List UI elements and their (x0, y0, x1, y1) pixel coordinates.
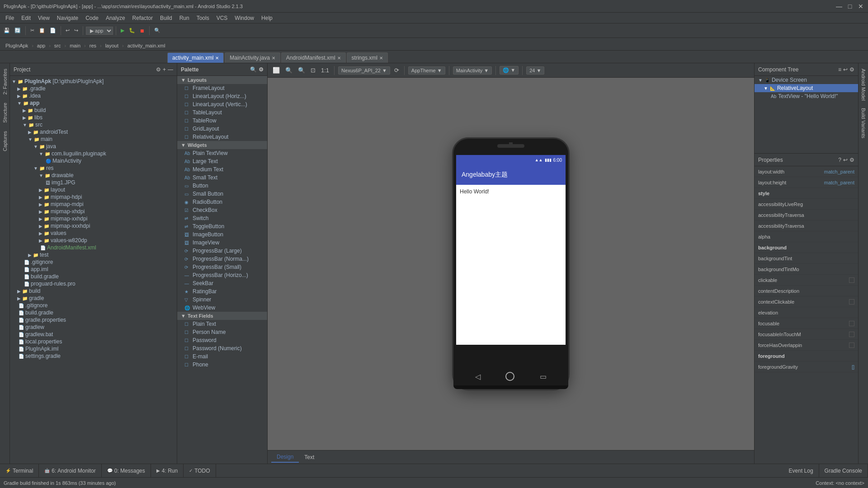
tree-res[interactable]: ▼ 📁 res (10, 164, 177, 172)
palette-search-btn[interactable]: 🔍 (250, 66, 257, 73)
stop-btn[interactable]: ⏹ (138, 27, 146, 34)
project-collapse-btn[interactable]: — (168, 66, 173, 73)
run-btn[interactable]: ▶ (119, 27, 126, 34)
prop-layout-width-value[interactable]: match_parent (807, 169, 855, 174)
tree-idea[interactable]: ▶ 📁 .idea (10, 92, 177, 99)
cut-btn[interactable]: ✂ (28, 27, 36, 34)
tree-gitignore-root[interactable]: 📄 .gitignore (10, 302, 177, 309)
minimize-button[interactable]: — (835, 3, 843, 10)
app-theme-dropdown[interactable]: AppTheme ▼ (408, 66, 445, 75)
activity-dropdown[interactable]: MainActivity ▼ (453, 66, 492, 75)
menu-refactor[interactable]: Refactor (129, 14, 156, 22)
zoom-in-btn[interactable]: 🔍 (284, 66, 294, 75)
tree-layout[interactable]: ▶ 📁 layout (10, 186, 177, 193)
run-tab[interactable]: ▶ 4: Run (151, 464, 184, 477)
tree-img1[interactable]: 🖼 img1.JPG (10, 179, 177, 186)
tree-gradle-properties[interactable]: 📄 gradle.properties (10, 316, 177, 324)
tree-mipmap-xxxhdpi[interactable]: ▶ 📁 mipmap-xxxhdpi (10, 222, 177, 230)
menu-window[interactable]: Window (231, 14, 258, 22)
prop-force-overlap-checkbox[interactable] (849, 343, 854, 348)
palette-section-text-fields[interactable]: ▼ Text Fields (177, 312, 267, 320)
palette-relativelayout[interactable]: ☐ RelativeLayout (177, 133, 267, 141)
comp-tree-action-2[interactable]: ↩ (843, 66, 848, 73)
tree-drawable[interactable]: ▼ 📁 drawable (10, 172, 177, 179)
design-tab-text[interactable]: Text (299, 452, 320, 462)
design-toolbar-canvas-btn[interactable]: ⬜ (271, 66, 281, 75)
menu-view[interactable]: View (34, 14, 53, 22)
tree-java[interactable]: ▼ 📁 java (10, 143, 177, 150)
build-variants-tab[interactable]: Build Variants (860, 104, 867, 142)
menu-help[interactable]: Help (258, 14, 276, 22)
search-everywhere-btn[interactable]: 🔍 (152, 27, 162, 34)
device-dropdown[interactable]: Nexus6P_API_22 ▼ (338, 66, 390, 75)
tree-values[interactable]: ▶ 📁 values (10, 230, 177, 237)
design-tab-design[interactable]: Design (271, 452, 299, 463)
tree-gradlew-bat[interactable]: 📄 gradlew.bat (10, 331, 177, 338)
palette-linearlayout-vert[interactable]: ☐ LinearLayout (Vertic...) (177, 100, 267, 108)
palette-small-button[interactable]: ▭ Small Button (177, 190, 267, 198)
tree-main[interactable]: ▼ 📁 main (10, 136, 177, 143)
zoom-out-btn[interactable]: 🔍 (297, 66, 307, 75)
palette-medium-text[interactable]: Ab Medium Text (177, 165, 267, 174)
back-nav-btn[interactable]: ◁ (475, 372, 481, 381)
tree-pluginapk-iml[interactable]: 📄 PlugInApk.iml (10, 345, 177, 352)
comp-tree-action-3[interactable]: ⚙ (849, 66, 854, 73)
close-tab-strings[interactable]: ✕ (379, 56, 383, 61)
copy-btn[interactable]: 📋 (37, 27, 47, 34)
tree-build-gradle-root[interactable]: 📄 build.gradle (10, 309, 177, 316)
app-module-dropdown[interactable]: ▶ app (86, 27, 113, 35)
prop-context-clickable-checkbox[interactable] (849, 299, 854, 305)
palette-plain-textview[interactable]: Ab Plain TextView (177, 149, 267, 157)
tree-mipmap-xxhdpi[interactable]: ▶ 📁 mipmap-xxhdpi (10, 215, 177, 222)
palette-section-layouts[interactable]: ▼ Layouts (177, 76, 267, 84)
undo-btn[interactable]: ↩ (64, 27, 71, 34)
android-model-tab[interactable]: Android Model (860, 65, 867, 104)
palette-spinner[interactable]: ▽ Spinner (177, 296, 267, 304)
save-btn[interactable]: 💾 (2, 27, 12, 34)
tab-strings-xml[interactable]: strings.xml ✕ (347, 52, 388, 63)
menu-run[interactable]: Run (176, 14, 193, 22)
tree-androidmanifest[interactable]: 📄 AndroidManifest.xml (10, 244, 177, 251)
tree-libs[interactable]: ▶ 📁 libs (10, 114, 177, 121)
sync-btn[interactable]: 🔄 (13, 27, 23, 34)
palette-plain-text[interactable]: ☐ Plain Text (177, 320, 267, 328)
prop-layout-height-value[interactable]: match_parent (807, 180, 855, 185)
redo-btn[interactable]: ↪ (72, 27, 80, 34)
prop-focusable-touch-checkbox[interactable] (849, 332, 854, 337)
recent-nav-btn[interactable]: ▭ (540, 372, 547, 381)
palette-password[interactable]: ☐ Password (177, 336, 267, 344)
palette-progressbar-small[interactable]: ⟳ ProgressBar (Small) (177, 263, 267, 271)
tree-build-gradle-app[interactable]: 📄 build.gradle (10, 273, 177, 280)
menu-analyze[interactable]: Analyze (102, 14, 129, 22)
maximize-button[interactable]: □ (846, 3, 854, 10)
tree-build-1[interactable]: ▶ 📁 build (10, 107, 177, 114)
palette-imageview[interactable]: 🖼 ImageView (177, 239, 267, 247)
menu-edit[interactable]: Edit (18, 14, 34, 22)
prop-focusable-checkbox[interactable] (849, 321, 854, 326)
close-tab-main-activity[interactable]: ✕ (272, 56, 275, 61)
tab-activity-main-xml[interactable]: activity_main.xml ✕ (167, 52, 224, 63)
close-tab-android-manifest[interactable]: ✕ (337, 56, 341, 61)
palette-seekbar[interactable]: — SeekBar (177, 279, 267, 287)
palette-large-text[interactable]: Ab Large Text (177, 157, 267, 165)
palette-linearlayout-horiz[interactable]: ☐ LinearLayout (Horiz...) (177, 92, 267, 100)
tree-settings-gradle[interactable]: 📄 settings.gradle (10, 352, 177, 360)
tree-gradle-root[interactable]: ▶ 📁 gradle (10, 295, 177, 302)
comp-textview[interactable]: Ab TextView - "Hello World!" (755, 92, 858, 100)
tree-gitignore-app[interactable]: 📄 .gitignore (10, 258, 177, 266)
event-log-tab[interactable]: Event Log (783, 464, 819, 477)
palette-person-name[interactable]: ☐ Person Name (177, 328, 267, 336)
debug-btn[interactable]: 🐛 (127, 27, 137, 34)
palette-password-numeric[interactable]: ☐ Password (Numeric) (177, 344, 267, 352)
tree-src[interactable]: ▼ 📁 src (10, 121, 177, 128)
tree-pluginapk-root[interactable]: ▼ 📁 PlugInApk [D:\github\PlugInApk] (10, 78, 177, 85)
tree-mipmap-xhdpi[interactable]: ▶ 📁 mipmap-xhdpi (10, 208, 177, 215)
tree-app[interactable]: ▼ 📁 app (10, 99, 177, 107)
palette-ratingbar[interactable]: ★ RatingBar (177, 287, 267, 296)
palette-tablerow[interactable]: ☐ TableRow (177, 117, 267, 125)
actual-size-btn[interactable]: 1:1 (320, 66, 330, 75)
palette-progressbar-large[interactable]: ⟳ ProgressBar (Large) (177, 247, 267, 255)
palette-button[interactable]: ▭ Button (177, 182, 267, 190)
palette-switch[interactable]: ⇌ Switch (177, 214, 267, 222)
palette-progressbar-horiz[interactable]: — ProgressBar (Horizo...) (177, 271, 267, 279)
